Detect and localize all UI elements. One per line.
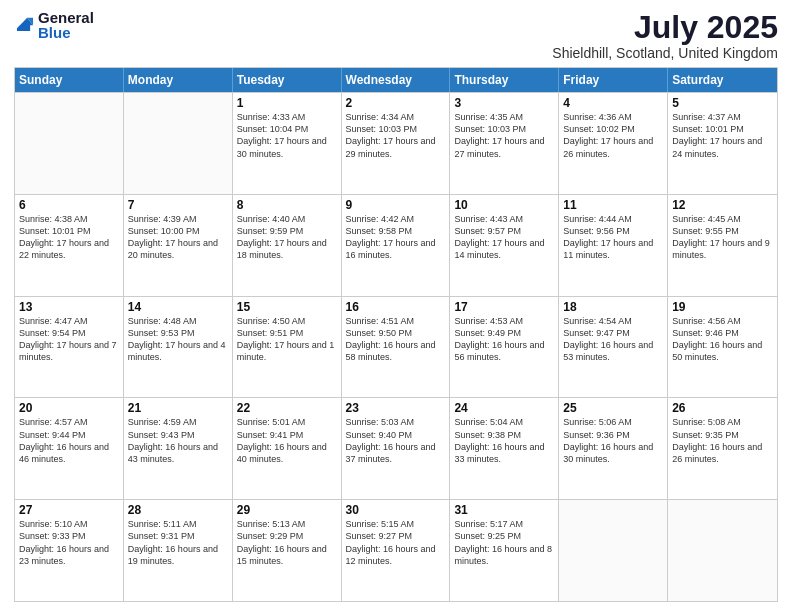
calendar-week-2: 6Sunrise: 4:38 AM Sunset: 10:01 PM Dayli… — [15, 194, 777, 296]
calendar-day-31: 31Sunrise: 5:17 AM Sunset: 9:25 PM Dayli… — [450, 500, 559, 601]
day-number: 29 — [237, 503, 337, 517]
calendar-day-12: 12Sunrise: 4:45 AM Sunset: 9:55 PM Dayli… — [668, 195, 777, 296]
day-number: 9 — [346, 198, 446, 212]
logo: General Blue — [14, 10, 94, 40]
calendar-day-22: 22Sunrise: 5:01 AM Sunset: 9:41 PM Dayli… — [233, 398, 342, 499]
day-info: Sunrise: 4:43 AM Sunset: 9:57 PM Dayligh… — [454, 213, 554, 262]
day-info: Sunrise: 4:53 AM Sunset: 9:49 PM Dayligh… — [454, 315, 554, 364]
calendar-week-1: 1Sunrise: 4:33 AM Sunset: 10:04 PM Dayli… — [15, 92, 777, 194]
day-info: Sunrise: 4:45 AM Sunset: 9:55 PM Dayligh… — [672, 213, 773, 262]
day-number: 19 — [672, 300, 773, 314]
day-number: 13 — [19, 300, 119, 314]
calendar-day-16: 16Sunrise: 4:51 AM Sunset: 9:50 PM Dayli… — [342, 297, 451, 398]
day-number: 15 — [237, 300, 337, 314]
day-info: Sunrise: 4:38 AM Sunset: 10:01 PM Daylig… — [19, 213, 119, 262]
day-number: 8 — [237, 198, 337, 212]
calendar-body: 1Sunrise: 4:33 AM Sunset: 10:04 PM Dayli… — [15, 92, 777, 601]
calendar-day-14: 14Sunrise: 4:48 AM Sunset: 9:53 PM Dayli… — [124, 297, 233, 398]
day-number: 30 — [346, 503, 446, 517]
day-number: 4 — [563, 96, 663, 110]
calendar-day-21: 21Sunrise: 4:59 AM Sunset: 9:43 PM Dayli… — [124, 398, 233, 499]
day-info: Sunrise: 4:51 AM Sunset: 9:50 PM Dayligh… — [346, 315, 446, 364]
calendar-day-29: 29Sunrise: 5:13 AM Sunset: 9:29 PM Dayli… — [233, 500, 342, 601]
calendar-week-3: 13Sunrise: 4:47 AM Sunset: 9:54 PM Dayli… — [15, 296, 777, 398]
day-number: 21 — [128, 401, 228, 415]
calendar-day-8: 8Sunrise: 4:40 AM Sunset: 9:59 PM Daylig… — [233, 195, 342, 296]
day-header-sunday: Sunday — [15, 68, 124, 92]
calendar-day-15: 15Sunrise: 4:50 AM Sunset: 9:51 PM Dayli… — [233, 297, 342, 398]
calendar-day-26: 26Sunrise: 5:08 AM Sunset: 9:35 PM Dayli… — [668, 398, 777, 499]
calendar-week-4: 20Sunrise: 4:57 AM Sunset: 9:44 PM Dayli… — [15, 397, 777, 499]
calendar-day-23: 23Sunrise: 5:03 AM Sunset: 9:40 PM Dayli… — [342, 398, 451, 499]
day-number: 16 — [346, 300, 446, 314]
day-number: 31 — [454, 503, 554, 517]
title-area: July 2025 Shieldhill, Scotland, United K… — [552, 10, 778, 61]
day-info: Sunrise: 4:42 AM Sunset: 9:58 PM Dayligh… — [346, 213, 446, 262]
day-info: Sunrise: 4:37 AM Sunset: 10:01 PM Daylig… — [672, 111, 773, 160]
calendar-day-28: 28Sunrise: 5:11 AM Sunset: 9:31 PM Dayli… — [124, 500, 233, 601]
day-header-friday: Friday — [559, 68, 668, 92]
day-number: 20 — [19, 401, 119, 415]
calendar-day-19: 19Sunrise: 4:56 AM Sunset: 9:46 PM Dayli… — [668, 297, 777, 398]
day-header-saturday: Saturday — [668, 68, 777, 92]
day-number: 17 — [454, 300, 554, 314]
calendar-day-2: 2Sunrise: 4:34 AM Sunset: 10:03 PM Dayli… — [342, 93, 451, 194]
day-number: 6 — [19, 198, 119, 212]
day-header-thursday: Thursday — [450, 68, 559, 92]
day-info: Sunrise: 4:40 AM Sunset: 9:59 PM Dayligh… — [237, 213, 337, 262]
calendar-week-5: 27Sunrise: 5:10 AM Sunset: 9:33 PM Dayli… — [15, 499, 777, 601]
day-number: 5 — [672, 96, 773, 110]
calendar: SundayMondayTuesdayWednesdayThursdayFrid… — [14, 67, 778, 602]
day-info: Sunrise: 4:33 AM Sunset: 10:04 PM Daylig… — [237, 111, 337, 160]
calendar-day-25: 25Sunrise: 5:06 AM Sunset: 9:36 PM Dayli… — [559, 398, 668, 499]
calendar-day-13: 13Sunrise: 4:47 AM Sunset: 9:54 PM Dayli… — [15, 297, 124, 398]
day-number: 2 — [346, 96, 446, 110]
day-info: Sunrise: 5:06 AM Sunset: 9:36 PM Dayligh… — [563, 416, 663, 465]
day-info: Sunrise: 5:04 AM Sunset: 9:38 PM Dayligh… — [454, 416, 554, 465]
day-info: Sunrise: 5:11 AM Sunset: 9:31 PM Dayligh… — [128, 518, 228, 567]
day-info: Sunrise: 5:15 AM Sunset: 9:27 PM Dayligh… — [346, 518, 446, 567]
day-info: Sunrise: 4:48 AM Sunset: 9:53 PM Dayligh… — [128, 315, 228, 364]
day-info: Sunrise: 4:36 AM Sunset: 10:02 PM Daylig… — [563, 111, 663, 160]
calendar-day-1: 1Sunrise: 4:33 AM Sunset: 10:04 PM Dayli… — [233, 93, 342, 194]
calendar-day-empty — [668, 500, 777, 601]
calendar-day-5: 5Sunrise: 4:37 AM Sunset: 10:01 PM Dayli… — [668, 93, 777, 194]
day-info: Sunrise: 4:35 AM Sunset: 10:03 PM Daylig… — [454, 111, 554, 160]
calendar-day-10: 10Sunrise: 4:43 AM Sunset: 9:57 PM Dayli… — [450, 195, 559, 296]
calendar-day-11: 11Sunrise: 4:44 AM Sunset: 9:56 PM Dayli… — [559, 195, 668, 296]
calendar-day-20: 20Sunrise: 4:57 AM Sunset: 9:44 PM Dayli… — [15, 398, 124, 499]
day-number: 22 — [237, 401, 337, 415]
calendar-day-17: 17Sunrise: 4:53 AM Sunset: 9:49 PM Dayli… — [450, 297, 559, 398]
day-info: Sunrise: 4:57 AM Sunset: 9:44 PM Dayligh… — [19, 416, 119, 465]
day-info: Sunrise: 4:54 AM Sunset: 9:47 PM Dayligh… — [563, 315, 663, 364]
day-info: Sunrise: 5:08 AM Sunset: 9:35 PM Dayligh… — [672, 416, 773, 465]
day-info: Sunrise: 4:47 AM Sunset: 9:54 PM Dayligh… — [19, 315, 119, 364]
day-number: 7 — [128, 198, 228, 212]
day-info: Sunrise: 4:59 AM Sunset: 9:43 PM Dayligh… — [128, 416, 228, 465]
calendar-day-30: 30Sunrise: 5:15 AM Sunset: 9:27 PM Dayli… — [342, 500, 451, 601]
calendar-day-empty — [124, 93, 233, 194]
calendar-day-27: 27Sunrise: 5:10 AM Sunset: 9:33 PM Dayli… — [15, 500, 124, 601]
page: General Blue July 2025 Shieldhill, Scotl… — [0, 0, 792, 612]
calendar-day-9: 9Sunrise: 4:42 AM Sunset: 9:58 PM Daylig… — [342, 195, 451, 296]
calendar-day-3: 3Sunrise: 4:35 AM Sunset: 10:03 PM Dayli… — [450, 93, 559, 194]
day-info: Sunrise: 5:13 AM Sunset: 9:29 PM Dayligh… — [237, 518, 337, 567]
day-number: 24 — [454, 401, 554, 415]
calendar-day-18: 18Sunrise: 4:54 AM Sunset: 9:47 PM Dayli… — [559, 297, 668, 398]
day-info: Sunrise: 4:34 AM Sunset: 10:03 PM Daylig… — [346, 111, 446, 160]
day-info: Sunrise: 4:50 AM Sunset: 9:51 PM Dayligh… — [237, 315, 337, 364]
header: General Blue July 2025 Shieldhill, Scotl… — [14, 10, 778, 61]
location: Shieldhill, Scotland, United Kingdom — [552, 45, 778, 61]
day-info: Sunrise: 5:10 AM Sunset: 9:33 PM Dayligh… — [19, 518, 119, 567]
day-info: Sunrise: 4:44 AM Sunset: 9:56 PM Dayligh… — [563, 213, 663, 262]
day-number: 10 — [454, 198, 554, 212]
day-number: 25 — [563, 401, 663, 415]
logo-icon — [14, 12, 36, 34]
calendar-header: SundayMondayTuesdayWednesdayThursdayFrid… — [15, 68, 777, 92]
day-info: Sunrise: 5:03 AM Sunset: 9:40 PM Dayligh… — [346, 416, 446, 465]
calendar-day-7: 7Sunrise: 4:39 AM Sunset: 10:00 PM Dayli… — [124, 195, 233, 296]
calendar-day-empty — [559, 500, 668, 601]
day-header-tuesday: Tuesday — [233, 68, 342, 92]
day-header-wednesday: Wednesday — [342, 68, 451, 92]
day-number: 12 — [672, 198, 773, 212]
